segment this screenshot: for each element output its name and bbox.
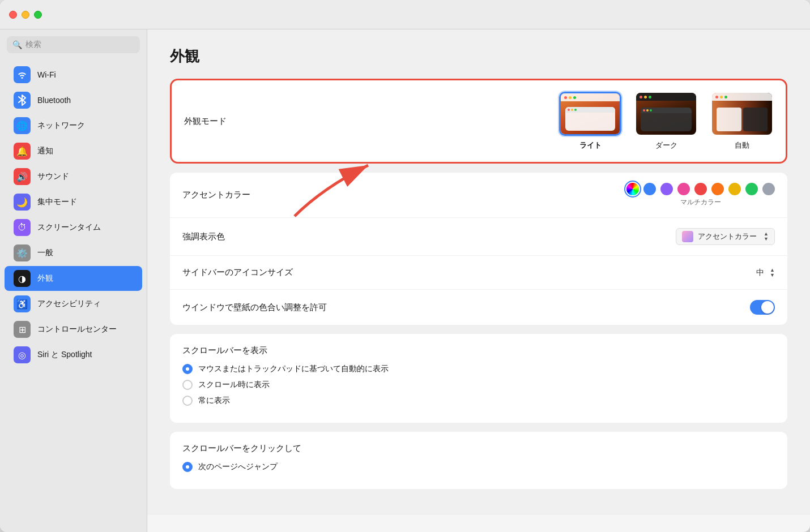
mode-light-label: ライト [579, 140, 602, 151]
sidebar-item-siri[interactable]: ◎ Siri と Spotlight [5, 342, 142, 367]
swatch-orange[interactable] [711, 183, 724, 195]
appearance-modes: ライト [559, 92, 773, 151]
mode-thumbnail-auto[interactable] [711, 92, 773, 136]
sound-icon: 🔊 [14, 168, 31, 185]
swatch-graphite[interactable] [762, 183, 775, 195]
sidebar: 🔍 検索 Wi-Fi Bluetooth 🌐 ネットワーク [0, 29, 147, 532]
traffic-lights [9, 11, 42, 19]
network-icon: 🌐 [14, 117, 31, 134]
sidebar-icon-size-label: サイドバーのアイコンサイズ [182, 267, 296, 278]
mode-option-auto[interactable]: 自動 [711, 92, 773, 151]
sidebar-item-sound[interactable]: 🔊 サウンド [5, 164, 142, 189]
siri-icon: ◎ [14, 346, 31, 363]
radio-jump-circle [182, 462, 193, 472]
appearance-icon: ◑ [14, 270, 31, 287]
sidebar-item-screentime[interactable]: ⏱ スクリーンタイム [5, 215, 142, 240]
radio-always-circle [182, 396, 193, 406]
icon-size-stepper[interactable]: ▲ ▼ [770, 268, 775, 278]
swatch-multicolor[interactable] [626, 183, 639, 195]
radio-scrollbar-always[interactable]: 常に表示 [182, 396, 775, 406]
sidebar-item-siri-label: Siri と Spotlight [37, 350, 92, 360]
stepper-down[interactable]: ▼ [764, 237, 769, 242]
sidebar-item-notification[interactable]: 🔔 通知 [5, 139, 142, 164]
swatch-blue[interactable] [643, 183, 656, 195]
wallpaper-tint-toggle[interactable] [750, 300, 775, 315]
swatch-pink[interactable] [677, 183, 690, 195]
sidebar-item-network[interactable]: 🌐 ネットワーク [5, 113, 142, 138]
sidebar-item-screentime-label: スクリーンタイム [37, 222, 101, 233]
maximize-button[interactable] [34, 11, 42, 19]
sidebar-item-appearance-label: 外観 [37, 273, 53, 284]
focus-icon: 🌙 [14, 194, 31, 211]
control-icon: ⊞ [14, 321, 31, 338]
main-window: 🔍 検索 Wi-Fi Bluetooth 🌐 ネットワーク [0, 0, 810, 532]
page-title: 外観 [170, 46, 787, 66]
search-input[interactable]: 検索 [25, 40, 41, 50]
accessibility-icon: ♿ [14, 295, 31, 312]
highlight-stepper[interactable]: ▲ ▼ [764, 231, 769, 242]
multicolor-label: マルチカラー [680, 198, 721, 207]
radio-scroll-label: スクロール時に表示 [198, 380, 270, 390]
mode-thumbnail-light[interactable] [559, 92, 621, 136]
accent-color-row: アクセントカラー [170, 173, 787, 218]
sidebar-item-bluetooth[interactable]: Bluetooth [5, 88, 142, 113]
sidebar-item-control-label: コントロールセンター [37, 324, 117, 334]
radio-scroll-circle [182, 380, 193, 390]
sidebar-item-accessibility-label: アクセシビリティ [37, 299, 101, 309]
swatch-yellow[interactable] [728, 183, 741, 195]
toggle-knob [761, 301, 774, 314]
sidebar-item-network-label: ネットワーク [37, 121, 85, 131]
sidebar-item-accessibility[interactable]: ♿ アクセシビリティ [5, 291, 142, 316]
highlight-color-control[interactable]: アクセントカラー ▲ ▼ [676, 228, 775, 245]
swatch-green[interactable] [745, 183, 758, 195]
bluetooth-icon [14, 92, 31, 109]
radio-scrollbar-scroll[interactable]: スクロール時に表示 [182, 380, 775, 390]
radio-auto-label: マウスまたはトラックパッドに基づいて自動的に表示 [198, 364, 389, 374]
highlight-color-row: 強調表示色 アクセントカラー ▲ ▼ [170, 218, 787, 256]
close-button[interactable] [9, 11, 17, 19]
appearance-mode-label: 外観モード [184, 116, 286, 127]
search-bar[interactable]: 🔍 検索 [7, 36, 140, 53]
sidebar-item-appearance[interactable]: ◑ 外観 [5, 266, 142, 291]
general-icon: ⚙️ [14, 244, 31, 261]
scrollbar-click-title: スクロールバーをクリックして [182, 443, 775, 454]
sidebar-item-focus-label: 集中モード [37, 197, 77, 207]
settings-card-1: アクセントカラー [170, 173, 787, 325]
mode-thumbnail-dark[interactable] [635, 92, 697, 136]
color-swatches [626, 183, 775, 195]
highlight-preview [682, 231, 693, 242]
icon-stepper-down[interactable]: ▼ [770, 273, 775, 278]
radio-scrollbar-jump[interactable]: 次のページへジャンプ [182, 462, 775, 472]
mode-option-dark[interactable]: ダーク [635, 92, 697, 151]
sidebar-icon-size-control[interactable]: 中 ▲ ▼ [756, 268, 775, 278]
minimize-button[interactable] [22, 11, 29, 19]
scrollbar-click-section: スクロールバーをクリックして 次のページへジャンプ [170, 432, 787, 489]
radio-jump-label: 次のページへジャンプ [198, 462, 278, 472]
mode-option-light[interactable]: ライト [559, 92, 621, 151]
radio-scrollbar-auto[interactable]: マウスまたはトラックパッドに基づいて自動的に表示 [182, 364, 775, 374]
radio-always-label: 常に表示 [198, 396, 230, 406]
sidebar-icon-size-selector[interactable]: 中 ▲ ▼ [756, 268, 775, 278]
highlight-value: アクセントカラー [698, 231, 757, 242]
swatch-purple[interactable] [660, 183, 673, 195]
wifi-icon [14, 66, 31, 83]
sidebar-item-general[interactable]: ⚙️ 一般 [5, 241, 142, 265]
highlight-color-selector[interactable]: アクセントカラー ▲ ▼ [676, 228, 775, 245]
mode-auto-label: 自動 [735, 140, 749, 151]
swatch-red[interactable] [694, 183, 707, 195]
content-area: 🔍 検索 Wi-Fi Bluetooth 🌐 ネットワーク [0, 29, 810, 532]
sidebar-item-control[interactable]: ⊞ コントロールセンター [5, 317, 142, 342]
titlebar [0, 0, 810, 29]
radio-auto-circle [182, 364, 193, 374]
main-content: 外観 外観モード [147, 29, 810, 515]
sidebar-item-focus[interactable]: 🌙 集中モード [5, 190, 142, 214]
wallpaper-tint-label: ウインドウで壁紙の色合い調整を許可 [182, 302, 327, 313]
sidebar-item-notification-label: 通知 [37, 146, 53, 156]
sidebar-item-bluetooth-label: Bluetooth [37, 96, 71, 105]
scrollbar-show-title: スクロールバーを表示 [182, 345, 775, 356]
accent-color-label: アクセントカラー [182, 190, 296, 200]
sidebar-item-wifi-label: Wi-Fi [37, 70, 56, 79]
highlight-color-label: 強調表示色 [182, 231, 296, 242]
sidebar-item-general-label: 一般 [37, 248, 53, 258]
sidebar-item-wifi[interactable]: Wi-Fi [5, 62, 142, 87]
